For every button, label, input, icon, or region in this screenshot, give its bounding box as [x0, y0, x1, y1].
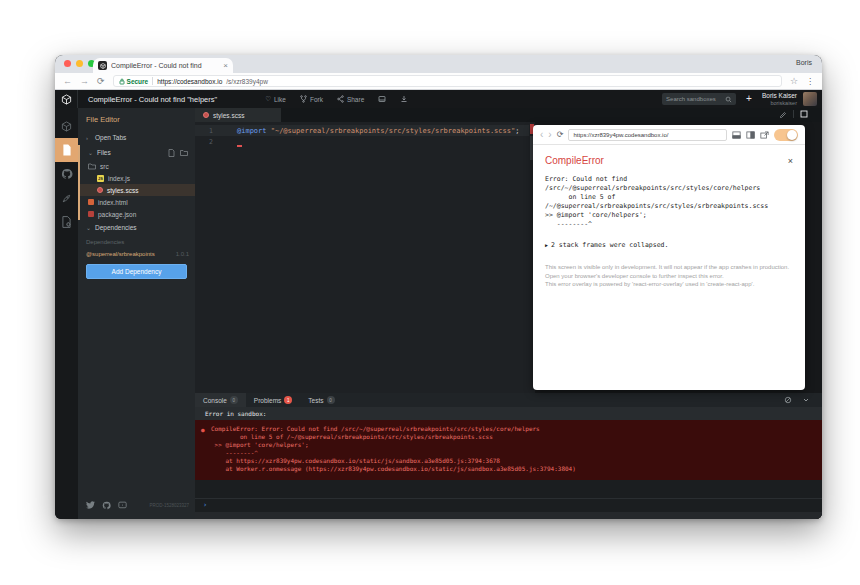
file-index-html[interactable]: index.html [80, 196, 195, 208]
download-icon[interactable] [400, 95, 408, 103]
dependencies-section-header[interactable]: ⌄ Dependencies [78, 220, 195, 235]
new-sandbox-button[interactable]: + [746, 94, 752, 104]
preview-url-bar[interactable]: https://xzr839y4pw.codesandbox.io/ [568, 129, 727, 141]
browser-navbar: ← → ⟳ Secure https://codesandbox.io/s/xz… [55, 73, 822, 90]
line-number: 2 [195, 138, 213, 146]
chevron-down-icon: ⌄ [86, 224, 91, 231]
rail-file-editor-icon[interactable] [55, 138, 78, 162]
browser-menu-icon[interactable]: ⋮ [806, 77, 814, 86]
sidebar-footer: PROD-1528023327 [78, 497, 195, 519]
file-styles-scss[interactable]: styles.scss [80, 184, 195, 196]
share-button[interactable]: Share [337, 95, 364, 103]
chevron-down-icon: ⌄ [88, 149, 93, 156]
browser-window: CompileError - Could not find × Boris ← … [55, 55, 822, 519]
console-panel: Console 0 Problems 1 Tests 0 [195, 393, 822, 519]
split-right-icon[interactable] [746, 131, 755, 139]
editor-tab-styles-scss[interactable]: styles.scss [195, 108, 281, 122]
fork-button[interactable]: Fork [300, 95, 323, 103]
reload-icon[interactable]: ⟳ [97, 77, 105, 86]
embed-button[interactable] [378, 95, 386, 103]
lock-icon [119, 78, 125, 85]
back-icon[interactable]: ← [63, 77, 72, 86]
build-id: PROD-1528023327 [149, 503, 189, 508]
split-bottom-icon[interactable] [732, 131, 741, 139]
console-error-block: ● CompileError: Error: Could not find /s… [195, 420, 822, 480]
preview-forward-icon[interactable]: › [548, 130, 551, 140]
open-tabs-section[interactable]: › Open Tabs [78, 130, 195, 145]
forward-icon[interactable]: → [80, 77, 89, 86]
view-toggles [779, 110, 808, 118]
files-section: ⌄ Files [78, 145, 195, 220]
avatar[interactable] [803, 92, 817, 106]
rail-deploy-rocket-icon[interactable] [55, 186, 78, 210]
toggle-divider [793, 110, 794, 118]
sidebar-title: File Editor [78, 108, 195, 130]
rail-project-icon[interactable] [55, 114, 78, 138]
files-section-header[interactable]: ⌄ Files [80, 145, 195, 160]
file-package-json[interactable]: package.json [80, 208, 195, 220]
tab-close-icon[interactable]: × [223, 62, 228, 70]
github-icon[interactable] [102, 501, 111, 510]
twitter-icon[interactable] [86, 501, 95, 509]
file-index-js[interactable]: JS index.js [80, 172, 195, 184]
browser-profile-name[interactable]: Boris [796, 59, 812, 66]
address-bar[interactable]: Secure https://codesandbox.io/s/xzr839y4… [113, 75, 782, 87]
clear-console-icon[interactable] [784, 396, 792, 404]
collapse-console-icon[interactable] [802, 396, 810, 404]
url-path: /s/xzr839y4pw [226, 78, 268, 85]
tab-console[interactable]: Console 0 [195, 393, 246, 407]
search-sandboxes-box[interactable] [662, 93, 736, 105]
share-icon [337, 95, 344, 103]
error-bullet-icon: ● [201, 426, 205, 433]
live-reload-toggle[interactable] [774, 129, 798, 141]
search-icon [725, 96, 732, 103]
preview-view-icon[interactable] [800, 110, 808, 118]
codesandbox-favicon-icon [98, 61, 107, 70]
dependencies-label: Dependencies [78, 235, 195, 247]
browser-tab[interactable]: CompileError - Could not find × [93, 58, 233, 73]
dependency-row[interactable]: @superreal/srbreakpoints 1.0.1 [78, 247, 195, 260]
tab-tests[interactable]: Tests 0 [300, 393, 342, 407]
open-in-new-window-icon[interactable] [760, 131, 769, 139]
error-cursor [237, 145, 242, 147]
bookmark-star-icon[interactable]: ☆ [790, 76, 798, 86]
dependency-name: @superreal/srbreakpoints [86, 251, 176, 257]
chat-icon[interactable] [118, 501, 127, 510]
error-footnotes: This screen is visible only in developme… [545, 263, 793, 289]
collapsed-stack-frames[interactable]: ▶ 2 stack frames were collapsed. [545, 241, 793, 249]
like-button[interactable]: ♡ Like [265, 95, 286, 103]
heart-icon: ♡ [265, 95, 271, 103]
preview-reload-icon[interactable]: ⟳ [557, 131, 564, 139]
search-input[interactable] [666, 96, 722, 102]
folder-src[interactable]: src [80, 160, 195, 172]
user-name: Boris Kaiser [762, 92, 797, 100]
close-window-button[interactable] [64, 60, 71, 67]
problems-count-badge: 1 [284, 396, 292, 404]
console-input[interactable]: › [195, 498, 822, 511]
rail-github-icon[interactable] [55, 162, 78, 186]
header-actions: ♡ Like Fork Share [265, 95, 408, 103]
user-info[interactable]: Boris Kaiser boriskaiser [762, 92, 797, 106]
new-folder-icon[interactable] [180, 149, 188, 157]
minimize-window-button[interactable] [76, 60, 83, 67]
editor-view-icon[interactable] [779, 110, 787, 118]
codesandbox-logo-icon[interactable] [55, 90, 78, 108]
browser-tab-strip: CompileError - Could not find × Boris [55, 55, 822, 73]
fork-icon [300, 95, 307, 103]
preview-back-icon[interactable]: ‹ [540, 130, 543, 140]
add-dependency-button[interactable]: Add Dependency [86, 264, 187, 279]
rail-config-icon[interactable] [55, 210, 78, 234]
editor-tab-bar: styles.scss [195, 108, 822, 122]
secure-badge[interactable]: Secure [119, 78, 149, 85]
close-overlay-icon[interactable]: × [788, 156, 793, 166]
status-strip [195, 512, 822, 519]
console-tab-bar: Console 0 Problems 1 Tests 0 [195, 393, 822, 407]
tab-problems[interactable]: Problems 1 [246, 393, 300, 407]
package-json-icon [88, 211, 94, 217]
new-file-icon[interactable] [168, 149, 175, 157]
error-message: Error: Could not find /src/~/@superreal/… [545, 175, 793, 229]
file-editor-sidebar: File Editor › Open Tabs ⌄ Files [78, 108, 195, 519]
code-editor[interactable]: 1 2 @import "~/@superreal/srbreakpoints/… [195, 122, 535, 393]
toggle-knob [787, 130, 797, 140]
user-handle: boriskaiser [762, 100, 797, 107]
